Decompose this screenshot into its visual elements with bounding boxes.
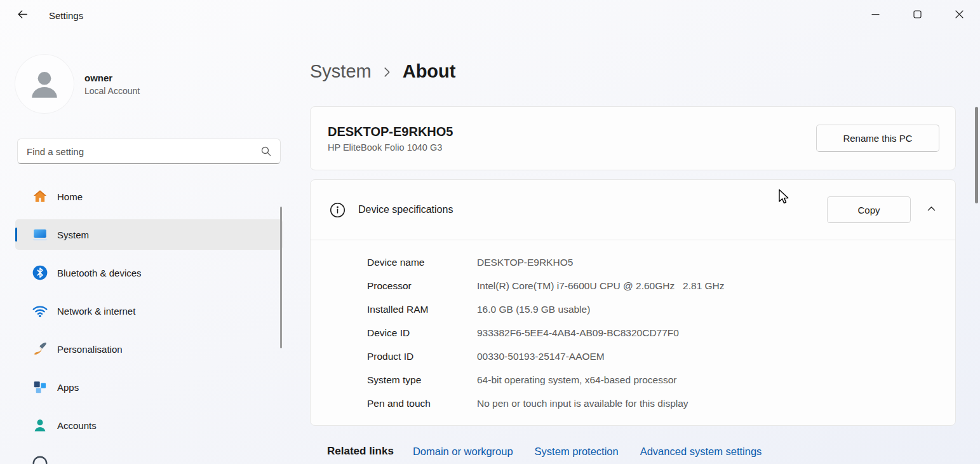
spec-value: Intel(R) Core(TM) i7-6600U CPU @ 2.60GHz… — [477, 280, 725, 292]
spec-row: Processor Intel(R) Core(TM) i7-6600U CPU… — [367, 274, 955, 297]
sidebar-nav: Home System — [15, 181, 283, 464]
sidebar-item-label: Network & internet — [57, 306, 135, 317]
info-icon — [329, 201, 346, 219]
device-identity: DESKTOP-E9RKHO5 HP EliteBook Folio 1040 … — [328, 125, 453, 153]
spec-row: System type 64-bit operating system, x64… — [367, 368, 955, 392]
spec-row: Product ID 00330-50193-25147-AAOEM — [367, 345, 955, 368]
close-button[interactable] — [938, 0, 980, 30]
spec-label: Product ID — [367, 351, 477, 362]
spec-value: 64-bit operating system, x64-based proce… — [477, 374, 676, 386]
network-icon — [32, 303, 48, 319]
search-input[interactable] — [18, 139, 261, 163]
sidebar-item-label: Accounts — [57, 420, 97, 431]
sidebar-item-apps[interactable]: Apps — [15, 372, 283, 402]
link-system-protection[interactable]: System protection — [535, 446, 619, 458]
back-arrow-icon — [17, 9, 28, 22]
sidebar-item-bluetooth-devices[interactable]: Bluetooth & devices — [15, 257, 283, 288]
sidebar-item-label: Home — [57, 191, 83, 202]
sidebar-item-network-internet[interactable]: Network & internet — [15, 296, 283, 326]
app-title: Settings — [49, 10, 83, 21]
window-controls — [854, 0, 980, 31]
sidebar: owner Local Account H — [0, 31, 292, 464]
accounts-icon — [32, 417, 48, 433]
spec-row: Pen and touch No pen or touch input is a… — [367, 392, 955, 415]
search-box[interactable] — [17, 139, 281, 164]
spec-label: Installed RAM — [367, 304, 477, 315]
link-advanced-system-settings[interactable]: Advanced system settings — [640, 446, 762, 458]
account-name: owner — [84, 72, 140, 83]
minimize-button[interactable] — [854, 0, 896, 30]
breadcrumb: System About — [310, 56, 956, 86]
main-content: System About DESKTOP-E9RKHO5 HP EliteBoo… — [292, 31, 980, 464]
maximize-button[interactable] — [896, 0, 938, 30]
chevron-up-icon — [927, 204, 936, 215]
collapse-button[interactable] — [920, 198, 943, 221]
sidebar-scrollbar[interactable] — [280, 207, 282, 348]
device-model: HP EliteBook Folio 1040 G3 — [328, 142, 453, 153]
person-icon — [27, 65, 62, 102]
sidebar-item-system[interactable]: System — [15, 219, 283, 250]
close-icon — [955, 10, 963, 20]
spec-row: Device ID 933382F6-5EE4-4AB4-AB09-BC8320… — [367, 321, 955, 345]
sidebar-item-label: Personalisation — [57, 344, 123, 355]
avatar — [15, 55, 74, 113]
breadcrumb-about: About — [403, 61, 456, 82]
spec-label: Device name — [367, 257, 477, 268]
account-type: Local Account — [84, 86, 140, 96]
link-domain-or-workgroup[interactable]: Domain or workgroup — [413, 446, 513, 458]
bluetooth-icon — [32, 264, 48, 281]
system-icon — [32, 226, 48, 243]
breadcrumb-system[interactable]: System — [310, 61, 372, 82]
spec-label: Processor — [367, 280, 477, 292]
spec-row: Device name DESKTOP-E9RKHO5 — [367, 250, 955, 274]
related-links-title: Related links — [327, 445, 394, 458]
spec-value: 933382F6-5EE4-4AB4-AB09-BC8320CD77F0 — [477, 327, 679, 339]
spec-label: System type — [367, 374, 477, 386]
personalisation-icon — [32, 341, 48, 357]
settings-window: Settings ow — [0, 0, 980, 464]
back-button[interactable] — [10, 4, 35, 26]
specs-title: Device specifications — [358, 204, 453, 215]
clock-icon — [32, 455, 48, 464]
rename-pc-button[interactable]: Rename this PC — [816, 125, 939, 152]
sidebar-item-label: Apps — [57, 382, 79, 393]
sidebar-item-label: Bluetooth & devices — [57, 268, 142, 278]
specs-header[interactable]: Device specifications Copy — [311, 180, 955, 240]
sidebar-item-home[interactable]: Home — [15, 181, 283, 212]
spec-label: Device ID — [367, 327, 477, 339]
related-links-section: Related links Domain or workgroup System… — [310, 445, 956, 458]
sidebar-item-label: System — [57, 229, 89, 240]
copy-button[interactable]: Copy — [827, 196, 911, 223]
maximize-icon — [913, 10, 922, 20]
spec-value: DESKTOP-E9RKHO5 — [477, 257, 573, 268]
chevron-right-icon — [384, 67, 391, 78]
spec-label: Pen and touch — [367, 398, 477, 409]
device-name-card: DESKTOP-E9RKHO5 HP EliteBook Folio 1040 … — [310, 106, 956, 170]
spec-value: 00330-50193-25147-AAOEM — [477, 351, 605, 362]
spec-value: No pen or touch input is available for t… — [477, 398, 688, 409]
search-icon[interactable] — [261, 146, 271, 156]
device-name: DESKTOP-E9RKHO5 — [328, 125, 453, 139]
apps-icon — [32, 379, 48, 395]
minimize-icon — [871, 10, 880, 20]
spec-row: Installed RAM 16.0 GB (15.9 GB usable) — [367, 297, 955, 321]
page-scrollbar[interactable] — [975, 107, 978, 203]
account-text: owner Local Account — [84, 72, 140, 96]
home-icon — [32, 188, 48, 205]
device-specifications-card: Device specifications Copy Device name D… — [310, 179, 956, 426]
sidebar-item-partial[interactable] — [15, 448, 283, 464]
sidebar-item-accounts[interactable]: Accounts — [15, 410, 283, 440]
selection-indicator — [15, 228, 17, 242]
spec-value: 16.0 GB (15.9 GB usable) — [477, 304, 590, 315]
sidebar-item-personalisation[interactable]: Personalisation — [15, 334, 283, 364]
titlebar: Settings — [0, 0, 980, 31]
specs-body: Device name DESKTOP-E9RKHO5 Processor In… — [311, 240, 955, 425]
account-section[interactable]: owner Local Account — [15, 55, 292, 113]
